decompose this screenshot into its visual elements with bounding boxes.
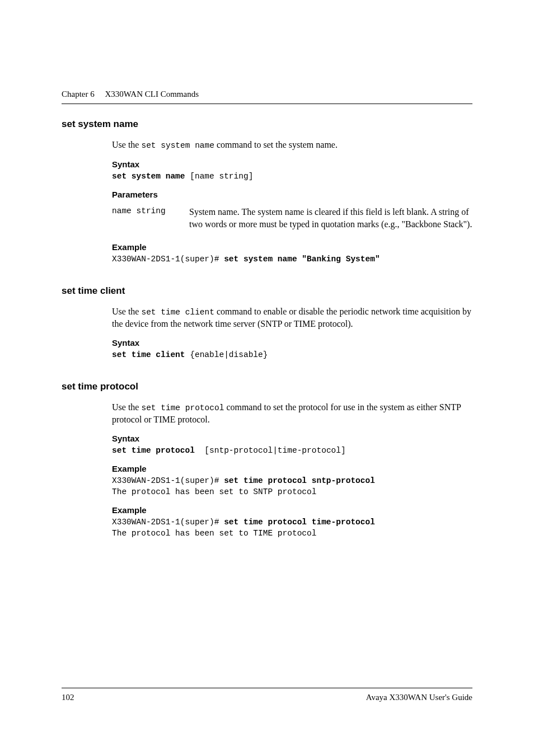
chapter-label: Chapter 6 [62, 90, 95, 98]
example-line: X330WAN-2DS1-1(super)# set system name "… [112, 254, 472, 265]
example-cmd: set system name "Banking System" [224, 255, 380, 264]
intro-code: set system name [141, 141, 214, 150]
section-intro: Use the set system name command to set t… [112, 139, 472, 152]
syntax-label: Syntax [112, 159, 472, 169]
header-rule [62, 104, 472, 104]
syntax-args: {enable|disable} [185, 350, 268, 359]
intro-pre: Use the [112, 307, 141, 316]
syntax-label: Syntax [112, 338, 472, 348]
intro-pre: Use the [112, 402, 141, 412]
param-desc: System name. The system name is cleared … [189, 206, 472, 230]
example-label: Example [112, 464, 472, 473]
syntax-line: set system name [name string] [112, 171, 472, 182]
example-prompt: X330WAN-2DS1-1(super)# [112, 518, 224, 527]
section-intro: Use the set time client command to enabl… [112, 306, 472, 330]
syntax-cmd: set time client [112, 350, 185, 359]
section-title-set-system-name: set system name [62, 119, 472, 130]
syntax-args: [name string] [185, 172, 254, 181]
page-number: 102 [62, 693, 74, 702]
footer: 102 Avaya X330WAN User's Guide [62, 688, 472, 702]
example-cmd: set time protocol time-protocol [224, 518, 375, 527]
syntax-args: [sntp-protocol|time-protocol] [195, 446, 346, 455]
intro-code: set time client [141, 308, 214, 317]
example-label: Example [112, 242, 472, 252]
syntax-cmd: set time protocol [112, 446, 195, 455]
syntax-line: set time client {enable|disable} [112, 350, 472, 361]
intro-code: set time protocol [141, 403, 224, 412]
param-row: name string System name. The system name… [112, 206, 472, 230]
section-title-set-time-client: set time client [62, 285, 472, 297]
syntax-cmd: set system name [112, 172, 185, 181]
intro-post: command to set the system name. [214, 140, 338, 149]
example-block: X330WAN-2DS1-1(super)# set time protocol… [112, 476, 472, 497]
running-head: Chapter 6 X330WAN CLI Commands [62, 90, 472, 99]
example-output: The protocol has been set to SNTP protoc… [112, 487, 316, 496]
chapter-title: X330WAN CLI Commands [105, 90, 199, 98]
example-prompt: X330WAN-2DS1-1(super)# [112, 255, 224, 264]
page: Chapter 6 X330WAN CLI Commands set syste… [0, 0, 534, 756]
section-title-set-time-protocol: set time protocol [62, 381, 472, 392]
param-key: name string [112, 206, 175, 230]
example-prompt: X330WAN-2DS1-1(super)# [112, 476, 224, 485]
example-output: The protocol has been set to TIME protoc… [112, 529, 316, 538]
guide-title: Avaya X330WAN User's Guide [366, 693, 472, 702]
example-cmd: set time protocol sntp-protocol [224, 476, 375, 485]
parameters-label: Parameters [112, 190, 472, 199]
section-intro: Use the set time protocol command to set… [112, 401, 472, 426]
example-block: X330WAN-2DS1-1(super)# set time protocol… [112, 517, 472, 539]
syntax-line: set time protocol [sntp-protocol|time-pr… [112, 445, 472, 457]
example-label: Example [112, 505, 472, 515]
syntax-label: Syntax [112, 434, 472, 443]
intro-pre: Use the [112, 140, 141, 149]
